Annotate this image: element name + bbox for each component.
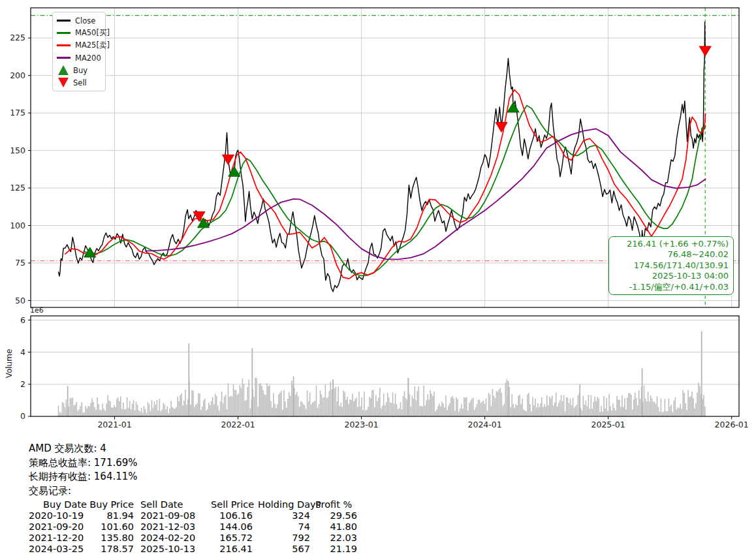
annotation-box: 216.41 (+1.66 +0.77%) 76.48~240.02 174.5… [608,236,734,295]
strategy-return-line: 策略总收益率: 171.69% [29,456,357,471]
trade-cell: 567 [253,544,310,555]
header-profit: Profit % [310,499,357,510]
trade-rows: 2020-10-1981.942021-09-08106.1632429.562… [29,510,357,555]
trade-cell: 135.80 [87,533,134,544]
price-tick-label: 175 [10,108,25,117]
hold-return-line: 长期持有收益: 164.11% [29,470,357,484]
trade-row: 2021-12-20135.802024-02-20165.7279222.03 [29,533,357,544]
buy-marker-swatch [58,65,69,75]
stock-figure: 507510012515017520022502462021-012022-01… [0,0,756,436]
trade-cell: 74 [253,521,310,533]
buy-marker [507,102,519,112]
close-line-swatch [57,20,71,22]
date-tick-label: 2022-01 [221,420,255,429]
figure-page: 507510012515017520022502462021-012022-01… [0,0,756,558]
trade-cell: 81.94 [87,510,134,521]
trade-cell: 2020-10-19 [29,510,87,521]
axes [31,8,739,416]
trade-cell: 106.16 [206,510,253,521]
volume-offset-label: 1e6 [30,306,44,315]
ma200-line-swatch [57,57,71,59]
trade-cell: 792 [253,533,310,544]
volume-bars [58,332,706,416]
trade-cell: 21.19 [310,544,357,555]
trade-cell: 41.80 [310,521,357,533]
trade-row: 2021-09-20101.602021-12-03144.067441.80 [29,521,357,533]
price-tick-label: 225 [10,33,25,42]
legend-item-buy: Buy [57,64,101,76]
price-tick-label: 75 [15,258,25,268]
trade-cell: 2021-09-08 [134,510,206,521]
trade-cell: 29.56 [310,510,357,521]
legend-label: MA200 [75,54,101,63]
ma25-line-swatch [57,44,71,46]
volume-axis-label: Volume [5,337,14,390]
trade-cell: 216.41 [206,544,253,555]
trade-count-line: AMD 交易次数: 4 [29,442,357,456]
header-holding-days: Holding Days [253,499,310,510]
price-tick-label: 125 [10,183,25,193]
trade-table: Buy Date Buy Price Sell Date Sell Price … [29,499,357,555]
legend: Close MA50[买] MA25[卖] MA200 Buy Sell [52,12,106,91]
tick-labels: 507510012515017520022502462021-012022-01… [10,33,749,429]
trade-row: 2020-10-1981.942021-09-08106.1632429.56 [29,510,357,521]
sell-marker [699,46,711,56]
annotation-signal-line: -1.15/偏空/+0.41/+0.03 [614,282,729,292]
annotation-date-line: 2025-10-13 04:00 [614,271,729,281]
legend-item-ma50: MA50[买] [57,27,101,39]
legend-item-ma25: MA25[卖] [57,39,101,52]
trade-row: 2024-03-25178.572025-10-13216.4156721.19 [29,544,357,555]
header-sell-date: Sell Date [134,499,206,510]
date-tick-label: 2023-01 [344,420,378,429]
date-tick-label: 2026-01 [715,420,749,429]
volume-tick-label: 6 [20,315,25,325]
annotation-ma-line: 174.56/171.40/130.91 [614,260,729,271]
annotation-price-line: 216.41 (+1.66 +0.77%) [614,239,729,249]
price-tick-label: 50 [15,296,25,305]
volume-tick-label: 0 [20,411,25,421]
volume-plot-border [31,316,739,416]
trade-cell: 144.06 [206,521,253,533]
date-tick-label: 2024-01 [467,420,501,429]
volume-tick-label: 2 [20,379,25,389]
trade-cell: 2021-12-03 [134,521,206,533]
gridlines [31,8,739,384]
stock-chart-svg: 507510012515017520022502462021-012022-01… [0,0,756,436]
price-tick-label: 100 [10,221,25,230]
sell-marker [496,122,507,132]
legend-item-ma200: MA200 [57,52,101,64]
trade-log-title: 交易记录: [29,484,357,499]
trade-cell: 22.03 [310,533,357,544]
price-tick-label: 200 [10,70,25,80]
summary-block: AMD 交易次数: 4 策略总收益率: 171.69% 长期持有收益: 164.… [29,442,357,555]
trade-cell: 324 [253,510,310,521]
trade-cell: 2025-10-13 [134,544,206,555]
annotation-range-line: 76.48~240.02 [614,249,729,260]
sell-marker-swatch [58,78,69,87]
legend-item-close: Close [57,14,101,27]
ma50-line-swatch [57,32,71,34]
trade-cell: 101.60 [87,521,134,533]
header-sell-price: Sell Price [206,499,253,510]
trade-table-header: Buy Date Buy Price Sell Date Sell Price … [29,499,357,510]
legend-label: Buy [73,66,87,75]
legend-label: MA25[卖] [75,40,110,50]
trade-cell: 2024-02-20 [134,533,206,544]
header-buy-price: Buy Price [87,499,134,510]
date-tick-label: 2021-01 [97,420,131,429]
trade-cell: 2021-09-20 [29,521,87,533]
trade-cell: 165.72 [206,533,253,544]
price-tick-label: 150 [10,146,25,155]
legend-label: Close [75,16,95,25]
legend-label: Sell [73,78,87,87]
header-buy-date: Buy Date [29,499,87,510]
legend-label: MA50[买] [75,28,110,38]
legend-item-sell: Sell [57,76,101,89]
trade-cell: 178.57 [87,544,134,555]
trade-cell: 2024-03-25 [29,544,87,555]
trade-cell: 2021-12-20 [29,533,87,544]
volume-tick-label: 4 [20,347,25,357]
date-tick-label: 2025-01 [591,420,625,429]
